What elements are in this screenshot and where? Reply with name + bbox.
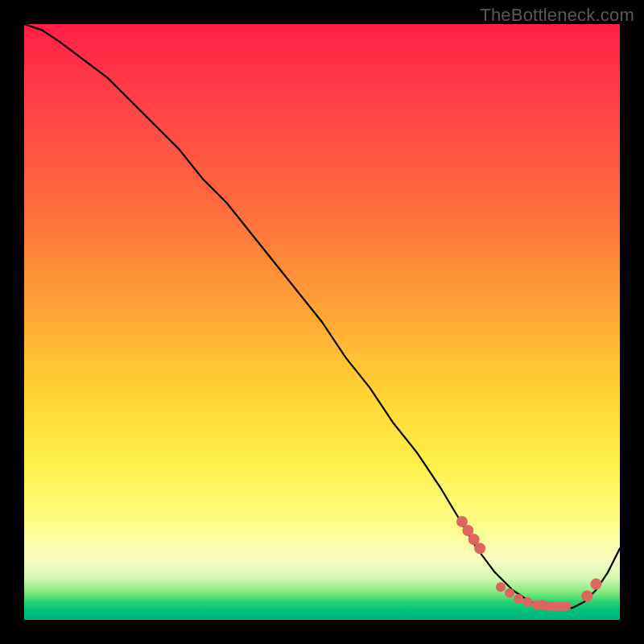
watermark-text: TheBottleneck.com	[480, 5, 634, 26]
chart-plot-area	[24, 24, 620, 620]
chart-svg	[24, 24, 620, 620]
highlight-dot	[496, 582, 506, 592]
highlight-dot	[522, 597, 532, 607]
highlight-dot	[590, 579, 601, 590]
highlight-dots	[456, 516, 602, 612]
highlight-dot	[581, 590, 592, 601]
highlight-dot	[505, 588, 514, 598]
chart-frame: TheBottleneck.com	[0, 0, 644, 644]
highlight-dot	[474, 543, 485, 554]
bottleneck-curve	[24, 24, 620, 608]
highlight-dot	[561, 601, 571, 611]
highlight-dot	[514, 594, 523, 604]
